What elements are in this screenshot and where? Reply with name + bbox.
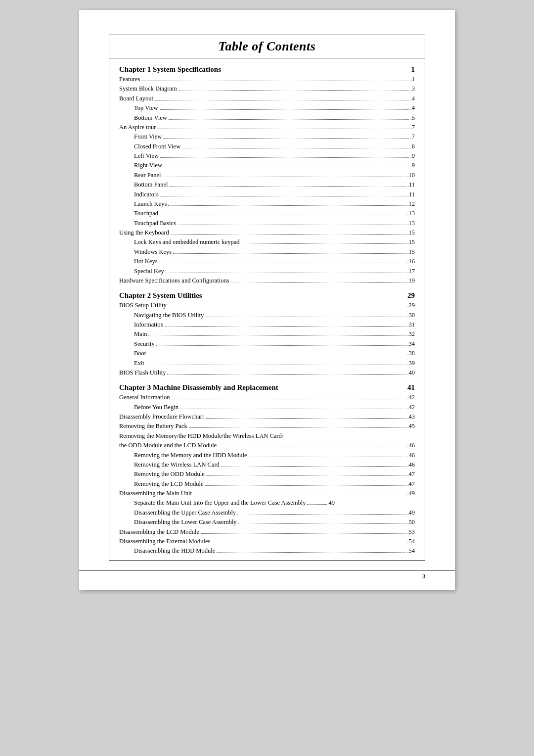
entry-label: Bottom Panel — [134, 180, 168, 189]
footer-page-number: 3 — [422, 573, 425, 580]
entry-page-number: .32 — [407, 330, 415, 339]
entry-dots — [156, 345, 406, 346]
table-of-contents-entry: Board Layout.4 — [119, 94, 415, 103]
entry-label: Main — [134, 330, 147, 339]
toc-border-box: Table of Contents Chapter 1 System Speci… — [109, 35, 425, 561]
table-of-contents-entry: BIOS Setup Utility.29 — [119, 301, 415, 310]
table-of-contents-entry: Special Key.17 — [119, 267, 415, 276]
table-of-contents-entry: Right View.9 — [119, 161, 415, 170]
entry-dots — [173, 253, 405, 254]
entry-label: System Block Diagram — [119, 84, 177, 94]
table-of-contents-entry: Before You Begin.42 — [119, 403, 415, 412]
table-of-contents-entry: General Information.42 — [119, 393, 415, 402]
chapter-page-2: 29 — [400, 291, 415, 300]
entry-dots — [169, 119, 409, 120]
entry-dots — [168, 307, 406, 307]
entry-page-number: .46 — [407, 460, 415, 470]
table-of-contents-entry: Features.1 — [119, 75, 415, 84]
table-of-contents-entry: Removing the Wireless LAN Card.46 — [119, 460, 415, 470]
table-of-contents-entry: Rear Panel.10 — [119, 171, 415, 180]
table-of-contents-entry: Disassembling the LCD Module.53 — [119, 527, 415, 537]
chapter-heading-1: Chapter 1 System Specifications1 — [119, 62, 415, 75]
entry-dots — [248, 457, 405, 457]
entry-dots — [163, 138, 408, 139]
entry-dots — [221, 466, 406, 467]
table-of-contents-entry: System Block Diagram.3 — [119, 84, 415, 94]
entry-dots — [141, 81, 408, 81]
entry-dots — [163, 177, 406, 177]
entry-label: Disassembling the HDD Module — [134, 546, 215, 556]
entry-dots — [237, 514, 405, 515]
entry-dots — [160, 157, 409, 158]
chapter-section-1: Chapter 1 System Specifications1Features… — [109, 62, 425, 285]
table-of-contents-entry: BIOS Flash Utility.40 — [119, 368, 415, 378]
table-of-contents-entry: Disassembly Procedure Flowchart.43 — [119, 412, 415, 422]
entry-page-number: .7 — [410, 132, 415, 142]
entry-dots — [189, 427, 406, 428]
entry-dots — [241, 243, 405, 244]
table-of-contents-entry: Removing the Battery Pack.45 — [119, 422, 415, 431]
entry-page-number: .29 — [407, 301, 415, 310]
entry-label: Disassembling the Main Unit — [119, 489, 192, 498]
entry-dots — [167, 374, 405, 375]
entry-page-number: .39 — [407, 359, 415, 368]
table-of-contents-entry: Disassembling the HDD Module.54 — [119, 546, 415, 556]
entry-page-number: .42 — [407, 403, 415, 412]
entry-label: An Aspire tour — [119, 123, 156, 132]
table-of-contents-entry: Lock Keys and embedded numeric keypad.15 — [119, 237, 415, 247]
entry-label: Disassembling the External Modules — [119, 537, 210, 546]
entry-label: Rear Panel — [134, 171, 161, 180]
entry-label: Boot — [134, 349, 146, 358]
entry-dots — [180, 409, 405, 409]
entry-page-number: .34 — [407, 339, 415, 349]
entry-label: Special Key — [134, 267, 164, 276]
table-of-contents-entry: Left View.9 — [119, 151, 415, 161]
entry-page-number: .11 — [407, 190, 415, 199]
chapter-section-3: Chapter 3 Machine Disassembly and Replac… — [109, 378, 425, 556]
entry-dots — [206, 418, 406, 419]
entry-dots — [178, 90, 409, 91]
entry-label: Removing the Memory/the HDD Module/the W… — [119, 431, 283, 441]
entry-label: Information — [134, 320, 164, 330]
entry-dots — [201, 533, 405, 534]
entry-label: Removing the Memory and the HDD Module — [134, 451, 247, 460]
entry-label: Hardware Specifications and Configuratio… — [119, 276, 229, 285]
entry-dots — [206, 475, 406, 476]
entry-page-number: .13 — [407, 219, 415, 228]
entry-dots — [231, 282, 406, 283]
entry-dots — [160, 215, 405, 215]
entry-page-number: .10 — [407, 171, 415, 180]
entry-dots — [182, 148, 408, 148]
entry-dots — [212, 543, 405, 543]
entry-page-number: .16 — [407, 257, 415, 266]
entry-dots — [193, 495, 406, 495]
entry-dots — [307, 504, 327, 505]
table-of-contents-entry: Disassembling the Lower Case Assembly.50 — [119, 518, 415, 527]
entry-label: Top View — [134, 103, 158, 113]
entry-dots — [169, 186, 405, 187]
chapter-label-3: Chapter 3 Machine Disassembly and Replac… — [119, 383, 278, 392]
table-of-contents-entry: Removing the Memory and the HDD Module.4… — [119, 451, 415, 460]
entry-label: Board Layout — [119, 94, 153, 103]
entry-page-number: .31 — [407, 320, 415, 330]
entry-page-number: .46 — [407, 441, 415, 450]
table-of-contents-entry: Bottom Panel.11 — [119, 180, 415, 189]
entry-page-number: .15 — [407, 237, 415, 247]
table-of-contents-entry: Disassembling the External Modules.54 — [119, 537, 415, 546]
entry-dots — [160, 109, 409, 110]
entry-page-number: .19 — [407, 276, 415, 285]
entry-page-number: .47 — [407, 470, 415, 479]
table-of-contents-entry: Main.32 — [119, 330, 415, 339]
entry-page-number: .11 — [407, 180, 415, 189]
entry-page-number: .54 — [407, 546, 415, 556]
chapter-section-2: Chapter 2 System Utilities29BIOS Setup U… — [109, 285, 425, 378]
entry-page-number: .45 — [407, 422, 415, 431]
entry-label: Windows Keys — [134, 247, 172, 257]
entry-dots — [218, 447, 405, 447]
entry-label: Right View — [134, 161, 162, 170]
table-of-contents-entry: Disassembling the Main Unit.49 — [119, 489, 415, 498]
chapter-heading-2: Chapter 2 System Utilities29 — [119, 288, 415, 301]
table-of-contents-entry: Hardware Specifications and Configuratio… — [119, 276, 415, 285]
entry-label: Security — [134, 339, 155, 349]
entry-label: Bottom View — [134, 113, 167, 123]
